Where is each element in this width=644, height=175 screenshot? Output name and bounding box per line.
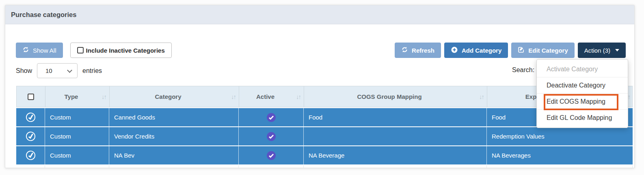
- sort-icon: ↓↑: [102, 93, 106, 100]
- sort-icon: ↓↑: [479, 93, 484, 100]
- toolbar-left: Show All Include Inactive Categories: [16, 43, 172, 58]
- show-all-label: Show All: [33, 47, 56, 54]
- page-title: Purchase categories: [11, 11, 76, 19]
- menu-item-edit-cogs-mapping[interactable]: Edit COGS Mapping: [537, 94, 628, 110]
- export-mapping-cell: Redemption Values: [487, 127, 633, 145]
- category-cell: Canned Goods: [109, 108, 239, 126]
- search-label: Search:: [512, 66, 534, 74]
- column-header-type[interactable]: Type ↓↑: [45, 86, 110, 107]
- show-label: Show: [16, 67, 32, 75]
- table-row[interactable]: Custom NA Bev NA Beverage NA Beverages: [16, 146, 633, 164]
- table-row[interactable]: Custom Vendor Credits Redemption Values: [16, 127, 633, 145]
- refresh-icon: [22, 46, 29, 54]
- edit-icon: [518, 46, 525, 54]
- column-header-category[interactable]: Category ↓↑: [110, 86, 239, 107]
- refresh-button[interactable]: Refresh: [395, 43, 441, 58]
- type-cell: Custom: [45, 146, 109, 164]
- toolbar: Show All Include Inactive Categories Ref…: [16, 43, 626, 58]
- sort-icon: ↓↑: [296, 93, 300, 100]
- cogs-group-mapping-cell: Food: [304, 108, 487, 126]
- include-inactive-categories-button[interactable]: Include Inactive Categories: [70, 43, 172, 58]
- active-check-icon: [266, 113, 276, 122]
- column-label: Type: [65, 93, 78, 100]
- purchase-categories-panel: Purchase categories Show All Include Ina…: [5, 5, 635, 168]
- entries-label: entries: [82, 67, 102, 75]
- plus-circle-icon: [451, 46, 458, 55]
- active-cell: [239, 108, 304, 126]
- menu-item-deactivate-category[interactable]: Deactivate Category: [537, 77, 628, 94]
- select-all-checkbox[interactable]: [28, 94, 34, 100]
- caret-down-icon: [615, 49, 619, 51]
- add-category-button[interactable]: Add Category: [444, 43, 508, 58]
- row-select-cell[interactable]: [16, 108, 45, 126]
- row-select-cell[interactable]: [16, 146, 45, 164]
- cogs-group-mapping-cell: NA Beverage: [304, 146, 487, 164]
- category-cell: Vendor Credits: [109, 127, 239, 145]
- column-label: Category: [155, 93, 181, 100]
- show-all-button[interactable]: Show All: [16, 43, 63, 58]
- row-select-cell[interactable]: [16, 127, 45, 145]
- active-cell: [239, 146, 304, 164]
- action-dropdown-button[interactable]: Action (3): [578, 43, 626, 58]
- checkbox-icon: [77, 47, 84, 53]
- active-check-icon: [266, 132, 276, 141]
- row-selected-icon: [25, 111, 36, 123]
- column-header-active[interactable]: Active ↓↑: [239, 86, 304, 107]
- edit-category-label: Edit Category: [528, 47, 568, 54]
- refresh-label: Refresh: [412, 47, 434, 54]
- page-size-controls: Show 10 entries: [16, 63, 102, 78]
- edit-category-button[interactable]: Edit Category: [511, 43, 575, 58]
- column-header-cogs-group-mapping[interactable]: COGS Group Mapping ↓↑: [304, 86, 487, 107]
- action-dropdown-menu: Activate Category Deactivate Category Ed…: [536, 59, 628, 128]
- type-cell: Custom: [45, 127, 109, 145]
- menu-item-edit-gl-code-mapping[interactable]: Edit GL Code Mapping: [537, 110, 628, 126]
- menu-item-activate-category: Activate Category: [537, 61, 628, 77]
- sort-icon: ↓↑: [231, 93, 236, 100]
- include-inactive-label: Include Inactive Categories: [86, 47, 165, 54]
- page-size-select[interactable]: 10: [37, 63, 78, 78]
- active-check-icon: [266, 151, 276, 160]
- export-mapping-cell: NA Beverages: [487, 146, 633, 164]
- category-cell: NA Bev: [109, 146, 239, 164]
- cogs-group-mapping-cell: [304, 127, 487, 145]
- table-row-partial: [16, 165, 633, 168]
- refresh-icon: [401, 46, 408, 54]
- type-cell: Custom: [45, 108, 109, 126]
- add-category-label: Add Category: [462, 47, 501, 54]
- toolbar-right: Refresh Add Category Edit Category Actio…: [395, 43, 626, 58]
- page: Purchase categories Show All Include Ina…: [0, 0, 644, 175]
- chevron-down-icon: [67, 68, 72, 73]
- select-all-header[interactable]: [17, 86, 45, 107]
- panel-header: Purchase categories: [5, 5, 634, 24]
- row-selected-icon: [25, 130, 36, 142]
- row-selected-icon: [25, 149, 36, 161]
- action-label: Action (3): [584, 47, 610, 54]
- active-cell: [239, 127, 304, 145]
- column-label: COGS Group Mapping: [357, 93, 421, 100]
- page-size-value: 10: [45, 67, 52, 74]
- column-label: Active: [256, 93, 274, 100]
